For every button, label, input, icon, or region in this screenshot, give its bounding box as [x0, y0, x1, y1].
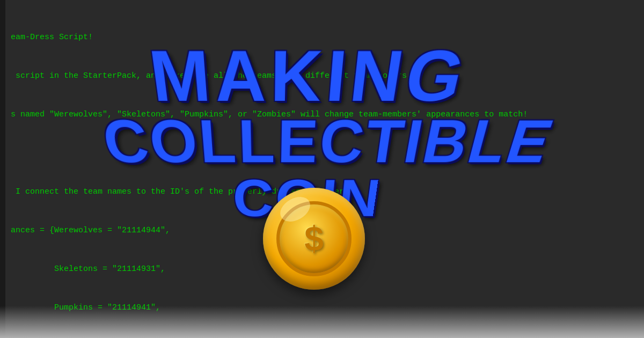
title-making: MAKING: [95, 39, 526, 111]
coin-container: $: [263, 188, 370, 295]
bottom-gradient: [0, 306, 644, 338]
coin: $: [263, 188, 365, 290]
coin-inner: $: [276, 201, 352, 276]
dollar-sign-icon: $: [304, 219, 324, 259]
